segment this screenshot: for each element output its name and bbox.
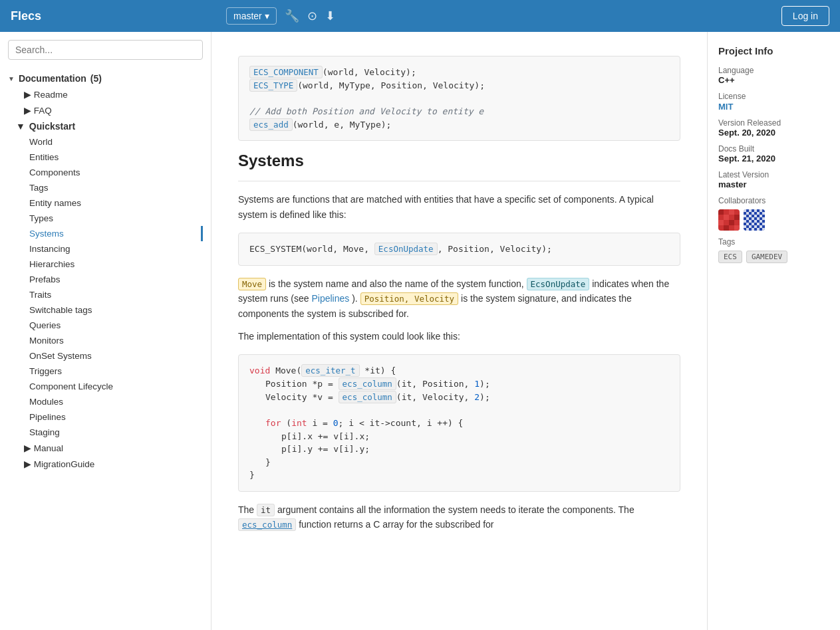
- ecs-type-link[interactable]: ECS_TYPE: [249, 79, 297, 92]
- systems-heading: Systems: [238, 152, 680, 170]
- wrench-icon[interactable]: 🔧: [285, 9, 299, 23]
- svg-rect-37: [760, 225, 762, 228]
- ecs-column-link2[interactable]: ecs_column: [339, 391, 396, 403]
- svg-rect-29: [760, 220, 762, 223]
- svg-rect-8: [734, 225, 740, 231]
- triangle-down-icon: ▼: [8, 75, 15, 82]
- sidebar-item-systems[interactable]: Systems: [8, 226, 203, 241]
- ecs-add-link[interactable]: ecs_add: [249, 118, 293, 131]
- content-inner: ECS_COMPONENT(world, Velocity); ECS_TYPE…: [211, 32, 707, 553]
- sidebar-item-readme[interactable]: ▶ Readme: [8, 86, 203, 102]
- sidebar-item-queries[interactable]: Queries: [8, 318, 203, 333]
- language-label: Language: [718, 66, 829, 75]
- svg-rect-26: [744, 220, 746, 223]
- search-input[interactable]: [8, 40, 203, 60]
- sidebar-item-entities[interactable]: Entities: [8, 150, 203, 165]
- documentation-count: (5): [90, 73, 102, 84]
- svg-rect-2: [724, 215, 729, 220]
- tags-list: ECS GAMEDEV: [718, 251, 829, 263]
- move-badge: Move: [238, 278, 266, 290]
- svg-rect-36: [754, 225, 757, 228]
- svg-rect-4: [734, 215, 740, 220]
- svg-rect-13: [760, 209, 762, 212]
- svg-rect-25: [762, 217, 765, 220]
- sidebar-item-types[interactable]: Types: [8, 211, 203, 226]
- download-icon[interactable]: ⬇: [325, 9, 335, 23]
- tags-label: Tags: [718, 237, 829, 247]
- triangle-right-icon: ▶: [24, 443, 31, 453]
- sidebar-item-faq[interactable]: ▶ FAQ: [8, 102, 203, 118]
- search-container: [0, 32, 211, 65]
- sidebar-item-triggers[interactable]: Triggers: [8, 364, 203, 379]
- svg-rect-5: [718, 220, 724, 225]
- sidebar-item-manual[interactable]: ▶ Manual: [8, 440, 203, 456]
- svg-rect-34: [744, 225, 746, 228]
- chevron-down-icon: ▾: [265, 11, 269, 21]
- tag-gamedev: GAMEDEV: [746, 251, 787, 263]
- triangle-right-icon: ▶: [24, 106, 31, 116]
- pipelines-link[interactable]: Pipelines: [311, 293, 349, 304]
- sidebar-item-onset-systems[interactable]: OnSet Systems: [8, 348, 203, 364]
- svg-rect-18: [744, 215, 746, 217]
- svg-rect-17: [762, 212, 765, 215]
- license-link[interactable]: MIT: [718, 102, 733, 112]
- svg-rect-7: [729, 220, 734, 225]
- ecsonupdate-link1[interactable]: EcsOnUpdate: [374, 243, 438, 255]
- pos-vel-badge: Position, Velocity: [360, 292, 458, 305]
- svg-rect-1: [718, 209, 724, 215]
- sidebar-item-monitors[interactable]: Monitors: [8, 333, 203, 348]
- intro-para: Systems are functions that are matched w…: [238, 192, 680, 222]
- github-icon[interactable]: ⊙: [307, 9, 317, 23]
- version-value: Sept. 20, 2020: [718, 128, 829, 138]
- svg-rect-30: [746, 223, 749, 225]
- sidebar-item-staging[interactable]: Staging: [8, 425, 203, 440]
- svg-rect-6: [724, 225, 729, 231]
- svg-rect-20: [754, 215, 757, 217]
- svg-rect-12: [754, 209, 757, 212]
- it-badge: it: [257, 504, 275, 516]
- svg-rect-11: [749, 209, 752, 212]
- svg-rect-28: [754, 220, 757, 223]
- docs-value: Sept. 21, 2020: [718, 154, 829, 163]
- sidebar-item-entity-names[interactable]: Entity names: [8, 195, 203, 211]
- top-code-block: ECS_COMPONENT(world, Velocity); ECS_TYPE…: [238, 56, 680, 141]
- system-code-block: ECS_SYSTEM(world, Move, EcsOnUpdate, Pos…: [238, 233, 680, 266]
- sidebar-item-components[interactable]: Components: [8, 165, 203, 180]
- main-content: ECS_COMPONENT(world, Velocity); ECS_TYPE…: [211, 32, 707, 630]
- triangle-down-icon: ▼: [16, 121, 25, 132]
- license-label: License: [718, 92, 829, 101]
- collaborators-label: Collaborators: [718, 196, 829, 205]
- svg-rect-21: [760, 215, 762, 217]
- sidebar-item-modules[interactable]: Modules: [8, 394, 203, 409]
- quickstart-header[interactable]: ▼ Quickstart: [8, 118, 203, 134]
- sidebar-item-prefabs[interactable]: Prefabs: [8, 272, 203, 287]
- svg-rect-32: [757, 223, 760, 225]
- sidebar-item-pipelines[interactable]: Pipelines: [8, 409, 203, 425]
- triangle-right-icon: ▶: [24, 459, 31, 469]
- sidebar-item-world[interactable]: World: [8, 134, 203, 150]
- sidebar-item-migration-guide[interactable]: ▶ MigrationGuide: [8, 456, 203, 472]
- ecsonupdate-badge: EcsOnUpdate: [527, 278, 590, 290]
- documentation-header[interactable]: ▼ Documentation (5): [8, 70, 203, 86]
- sidebar-item-tags[interactable]: Tags: [8, 180, 203, 195]
- para2: Move is the system name and also the nam…: [238, 276, 680, 321]
- latest-label: Latest Version: [718, 170, 829, 179]
- svg-rect-10: [744, 209, 746, 212]
- ecs-component-link[interactable]: ECS_COMPONENT: [249, 66, 323, 78]
- sidebar-item-component-lifecycle[interactable]: Component Lifecycle: [8, 379, 203, 394]
- topnav: Flecs master ▾ 🔧 ⊙ ⬇ Log in: [0, 0, 840, 32]
- svg-rect-23: [752, 217, 754, 220]
- ecs-column-link1[interactable]: ecs_column: [339, 377, 396, 390]
- svg-rect-22: [746, 217, 749, 220]
- sidebar-item-instancing[interactable]: Instancing: [8, 241, 203, 257]
- login-button[interactable]: Log in: [781, 6, 829, 26]
- collaborator-avatar-1: [718, 209, 740, 231]
- sidebar-item-hierarchies[interactable]: Hierarchies: [8, 257, 203, 272]
- collaborators-list: [718, 209, 829, 231]
- ecs-iter-t-link[interactable]: ecs_iter_t: [301, 364, 359, 377]
- branch-selector[interactable]: master ▾: [226, 7, 277, 25]
- sidebar-item-switchable-tags[interactable]: Switchable tags: [8, 302, 203, 318]
- collaborator-avatar-2: [744, 209, 765, 231]
- sidebar-item-traits[interactable]: Traits: [8, 287, 203, 302]
- documentation-label: Documentation: [19, 73, 86, 84]
